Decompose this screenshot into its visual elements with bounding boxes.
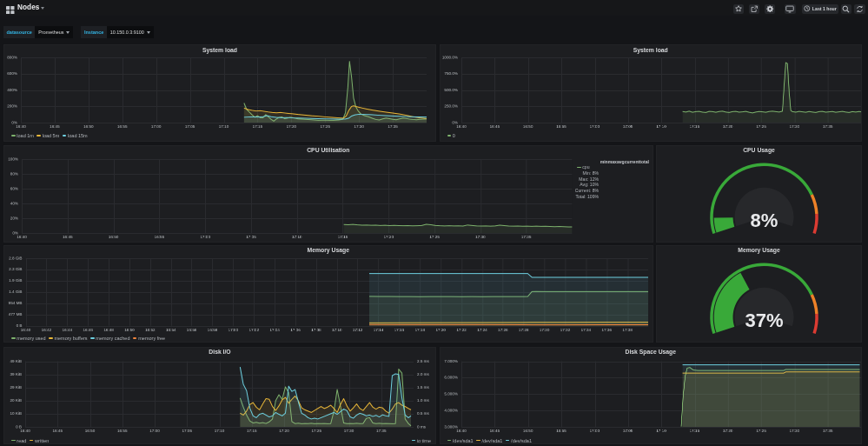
legend-series-label: /dev/sda1 (453, 438, 474, 443)
monitor-icon (785, 5, 794, 13)
share-button[interactable] (749, 4, 759, 14)
template-variables: datasourcePrometheusInstance10.150.0.3:9… (3, 26, 162, 38)
share-icon (751, 5, 759, 13)
panel-system-load-right: System load0 (440, 44, 863, 142)
legend-series-color (49, 337, 53, 339)
legend-item[interactable]: load 5m (36, 133, 59, 138)
star-icon (735, 5, 742, 12)
legend-item[interactable]: load 1m (11, 133, 34, 138)
chevron-down-icon (66, 31, 70, 34)
legend-item[interactable]: read (11, 438, 26, 443)
legend-series-label: read (17, 438, 26, 443)
refresh-button[interactable] (854, 4, 865, 14)
legend-series-label: 0 (453, 133, 455, 138)
tv-mode-button[interactable] (785, 4, 796, 14)
legend-series-color (36, 135, 41, 136)
panel-cpu-usage-gauge: CPU Usage8% (656, 145, 862, 243)
variable-value-text: Prometheus (38, 30, 63, 35)
legend-series-label: memory cached (96, 336, 129, 341)
panel-memory-usage-graph: Memory Usagememory usedmemory buffersmem… (3, 245, 653, 343)
legend-item[interactable]: 0 (447, 133, 455, 138)
legend: /dev/sda1/dev/sda1/dev/sda1 (447, 437, 535, 443)
legend-item[interactable]: memory free (133, 336, 165, 341)
legend-series-color (412, 440, 416, 442)
magnifier-icon (842, 5, 850, 13)
variable-label-text: Instance (84, 30, 103, 35)
time-range-button[interactable]: Last 1 hour (802, 4, 838, 14)
zoom-out-button[interactable] (841, 4, 851, 14)
grafana-logo-icon[interactable] (6, 6, 15, 15)
panel-cpu-utilisation: CPU UtilisationminmaxavgcurrenttotalcpuM… (3, 145, 653, 243)
legend-series[interactable]: cpu (545, 164, 649, 170)
variable-instance: Instance10.150.0.3:9100 (81, 26, 153, 38)
legend: memory usedmemory buffersmemory cachedme… (11, 335, 169, 341)
chart-canvas[interactable] (440, 347, 863, 444)
legend-series-label: load 1m (17, 133, 34, 138)
settings-button[interactable] (765, 4, 775, 14)
legend-series-label: written (35, 438, 49, 443)
gauge-value-text: 37% (712, 311, 817, 330)
clock-icon (804, 5, 811, 12)
legend-series-color (11, 337, 16, 339)
gear-icon (766, 5, 774, 13)
legend-series-label: /dev/sda1 (511, 438, 532, 443)
legend-series-color (447, 135, 452, 136)
dashboard-title-caret-icon[interactable] (41, 7, 44, 10)
legend-item[interactable]: /dev/sda1 (447, 438, 474, 443)
legend-series-color (447, 440, 452, 442)
legend: 0 (447, 133, 459, 139)
chart-canvas[interactable] (3, 347, 436, 444)
time-range-label: Last 1 hour (812, 6, 837, 11)
gauge-value-text: 8% (712, 211, 817, 230)
variable-value-dropdown[interactable]: Prometheus (35, 26, 73, 38)
dashboard-title[interactable]: Nodes (17, 3, 40, 11)
legend-stat: Total: 109% (545, 194, 649, 200)
panel-disk-space-usage: Disk Space Usage/dev/sda1/dev/sda1/dev/s… (440, 347, 863, 444)
panel-memory-usage-gauge: Memory Usage37% (656, 245, 862, 343)
legend-series-label: memory free (138, 336, 165, 341)
legend-series-label: /dev/sda1 (481, 438, 502, 443)
chart-canvas[interactable] (440, 44, 863, 142)
legend-series-color (506, 440, 510, 442)
legend-series-label: load 5m (43, 133, 60, 138)
legend: readwritten (11, 437, 52, 443)
legend-series-label: load 15m (68, 133, 88, 138)
legend-item[interactable]: io time (412, 438, 432, 443)
legend-series-color (63, 135, 67, 136)
legend-item[interactable]: load 15m (63, 133, 88, 138)
legend-series-label: io time (417, 438, 431, 443)
legend-stat: Max: 12% (545, 176, 649, 183)
legend-series-color (476, 440, 480, 442)
chart-canvas[interactable] (3, 44, 436, 142)
legend-series-color (11, 135, 16, 136)
legend-series-color (11, 440, 16, 442)
refresh-icon (856, 5, 864, 13)
legend-item[interactable]: written (30, 438, 50, 443)
chevron-down-icon (147, 31, 150, 34)
legend-item[interactable]: memory used (11, 336, 46, 341)
legend-table: minmaxavgcurrenttotalcpuMin: 8%Max: 12%A… (545, 159, 649, 200)
legend-stat: Min: 8% (545, 170, 649, 176)
legend-series-label: memory buffers (54, 336, 87, 341)
variable-label: Instance (81, 26, 106, 38)
variable-datasource: datasourcePrometheus (3, 26, 73, 38)
legend-item[interactable]: memory cached (90, 336, 129, 341)
legend-table-header: minmaxavgcurrenttotal (545, 159, 649, 165)
legend-series-label: cpu (582, 164, 589, 170)
legend-series-color (30, 440, 34, 442)
grafana-dashboard: Nodes Last 1 hour (0, 0, 868, 446)
legend-item[interactable]: /dev/sda1 (476, 438, 502, 443)
panel-system-load-left: System loadload 1mload 5mload 15m (3, 44, 436, 142)
variable-value-text: 10.150.0.3:9100 (110, 30, 144, 35)
legend-item[interactable]: memory buffers (49, 336, 87, 341)
variable-value-dropdown[interactable]: 10.150.0.3:9100 (107, 26, 154, 38)
legend-right: io time (412, 437, 432, 443)
chart-canvas[interactable] (3, 245, 653, 343)
legend-series-label: memory used (17, 336, 45, 341)
star-button[interactable] (733, 4, 744, 14)
legend-stat: Current: 8% (545, 188, 649, 194)
legend-item[interactable]: /dev/sda1 (506, 438, 532, 443)
legend: load 1mload 5mload 15m (11, 133, 90, 139)
legend-series-color (577, 167, 581, 169)
variable-label-text: datasource (7, 30, 32, 35)
